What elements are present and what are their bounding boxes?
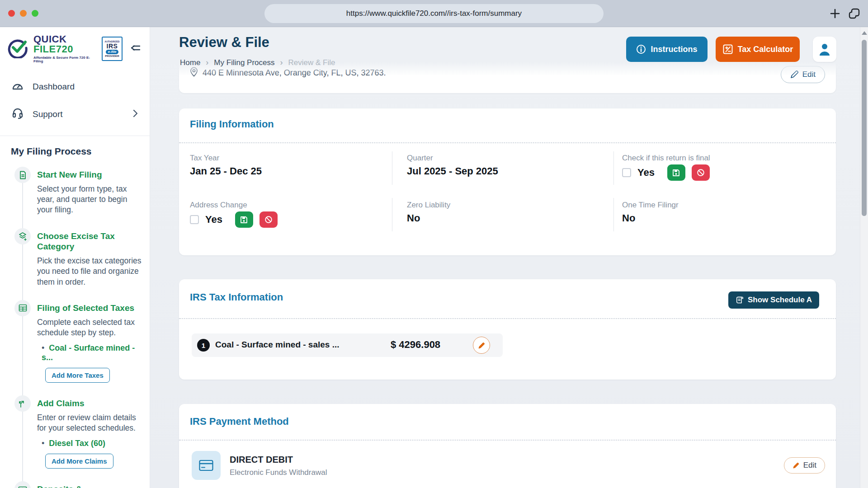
address-change-yes-label: Yes (205, 214, 222, 225)
add-more-taxes-button[interactable]: Add More Taxes (45, 368, 110, 383)
card-divider (179, 440, 836, 441)
user-avatar-button[interactable] (813, 37, 836, 62)
step-title[interactable]: Choose Excise Tax Category (37, 231, 142, 253)
edit-payment-method-button[interactable]: Edit (784, 457, 825, 474)
sidebar-item-label: Support (33, 109, 63, 119)
irs-tax-information-card: IRS Tax Information Show Schedule A 1 Co… (179, 279, 836, 380)
breadcrumb-current: Review & File (288, 58, 335, 67)
card-divider (179, 318, 836, 319)
cancel-icon (697, 169, 705, 177)
pencil-icon (793, 462, 800, 469)
final-return-label: Check if this return is final (622, 154, 710, 163)
scroll-up-arrow-icon[interactable] (862, 31, 867, 35)
column-divider (613, 151, 614, 185)
address-change-save-button[interactable] (235, 211, 253, 228)
window-zoom-button[interactable] (32, 10, 38, 17)
brand-name-top: QUICK (33, 34, 96, 44)
card-divider (179, 142, 836, 143)
column-divider (392, 198, 392, 231)
banknote-icon (14, 481, 31, 488)
scrollbar-thumb[interactable] (862, 40, 867, 216)
payment-method-name: DIRECT DEBIT (230, 455, 293, 465)
filing-information-title: Filing Information (190, 118, 274, 130)
badge-efile-text: e-file (106, 50, 119, 54)
window-controls (8, 10, 38, 17)
step-title[interactable]: Deposits & Overpayments (37, 484, 142, 488)
window-minimize-button[interactable] (20, 10, 27, 17)
url-text: https://www.quickfile720.com//irs-tax-fo… (346, 9, 522, 18)
filing-process-heading: My Filing Process (11, 146, 150, 157)
tax-calculator-label: Tax Calculator (738, 45, 793, 54)
credit-card-icon (192, 451, 221, 480)
step-title[interactable]: Add Claims (37, 398, 142, 409)
table-icon (14, 300, 31, 316)
sidebar: QUICK FILE720 Affordable & Secure Form 7… (0, 27, 150, 488)
screen: https://www.quickfile720.com//irs-tax-fo… (0, 0, 868, 488)
brand-tagline: Affordable & Secure Form 720 E-Filing (33, 56, 96, 63)
show-schedule-a-button[interactable]: Show Schedule A (728, 291, 819, 309)
save-icon (672, 169, 680, 177)
breadcrumb-separator-icon (280, 58, 283, 67)
document-icon (14, 167, 31, 183)
sidebar-item-support[interactable]: Support (0, 100, 150, 128)
brand-logo[interactable]: QUICK FILE720 Affordable & Secure Form 7… (0, 27, 150, 67)
selected-claim-item[interactable]: Diesel Tax (60) (42, 439, 142, 448)
address-change-controls: Yes (190, 211, 278, 228)
step-filing-of-selected-taxes: Filing of Selected Taxes Complete each s… (14, 300, 145, 383)
layers-icon (14, 228, 31, 244)
breadcrumb-separator-icon (206, 58, 208, 67)
irs-efile-provider-badge: AUTHORIZED IRS e-file PROVIDER (102, 37, 123, 61)
brand-name-bottom: FILE720 (33, 44, 96, 54)
badge-irs-text: IRS (107, 43, 118, 49)
new-tab-icon[interactable] (829, 8, 841, 21)
tax-line-item: 1 Coal - Surface mined - sales ... $ 429… (192, 333, 503, 357)
show-schedule-a-label: Show Schedule A (748, 296, 812, 305)
payment-method-description: Electronic Funds Withdrawal (230, 468, 327, 477)
save-icon (240, 216, 248, 224)
final-return-checkbox[interactable] (622, 168, 631, 177)
pencil-icon (478, 342, 486, 349)
main-content: 440 E Minnesota Ave, Orange City, FL, US… (150, 27, 868, 488)
final-return-save-button[interactable] (667, 164, 685, 181)
irs-payment-method-card: IRS Payment Method DIRECT DEBIT Electron… (179, 404, 836, 488)
window-close-button[interactable] (8, 10, 15, 17)
instructions-button[interactable]: Instructions (626, 37, 708, 62)
selected-tax-item[interactable]: Coal - Surface mined - s... (42, 343, 142, 362)
page-scrollbar[interactable] (860, 27, 868, 488)
cancel-icon (264, 216, 273, 224)
one-time-filing-value: No (622, 212, 635, 224)
tax-amount: $ 4296.908 (391, 339, 440, 351)
quarter-label: Quarter (407, 154, 433, 163)
tab-overview-icon[interactable] (848, 8, 861, 21)
zero-liability-value: No (407, 212, 420, 224)
edit-payment-label: Edit (803, 461, 816, 470)
step-choose-excise-tax-category: Choose Excise Tax Category Pick the exci… (14, 228, 145, 287)
tax-name: Coal - Surface mined - sales ... (215, 340, 340, 350)
add-more-claims-button[interactable]: Add More Claims (45, 454, 113, 469)
breadcrumb-my-filing-process[interactable]: My Filing Process (214, 58, 274, 67)
step-title[interactable]: Filing of Selected Taxes (37, 303, 142, 314)
sidebar-item-dashboard[interactable]: Dashboard (0, 73, 150, 100)
step-description: Enter or review claim details for your s… (37, 413, 142, 434)
tax-calculator-button[interactable]: Tax Calculator (716, 37, 800, 62)
address-change-cancel-button[interactable] (259, 211, 278, 228)
filing-process-timeline: Start New Filing Select your form type, … (0, 160, 150, 488)
address-change-checkbox[interactable] (190, 215, 199, 224)
page-title: Review & File (179, 34, 269, 51)
step-deposits-overpayments: Deposits & Overpayments (14, 481, 145, 488)
column-divider (392, 151, 392, 185)
tax-year-label: Tax Year (190, 154, 219, 163)
claims-branch-icon (14, 395, 31, 412)
sidebar-collapse-icon[interactable] (128, 41, 143, 56)
brand-logo-text: QUICK FILE720 Affordable & Secure Form 7… (33, 34, 96, 63)
browser-chrome: https://www.quickfile720.com//irs-tax-fo… (0, 0, 868, 27)
final-return-cancel-button[interactable] (692, 164, 710, 181)
person-icon (818, 42, 831, 56)
headset-icon (12, 108, 24, 121)
url-bar[interactable]: https://www.quickfile720.com//irs-tax-fo… (264, 4, 604, 23)
edit-tax-button[interactable] (473, 337, 490, 354)
quarter-value: Jul 2025 - Sep 2025 (407, 165, 498, 177)
step-title[interactable]: Start New Filing (37, 169, 142, 180)
dashboard-icon (12, 80, 24, 93)
breadcrumb-home[interactable]: Home (180, 58, 200, 67)
